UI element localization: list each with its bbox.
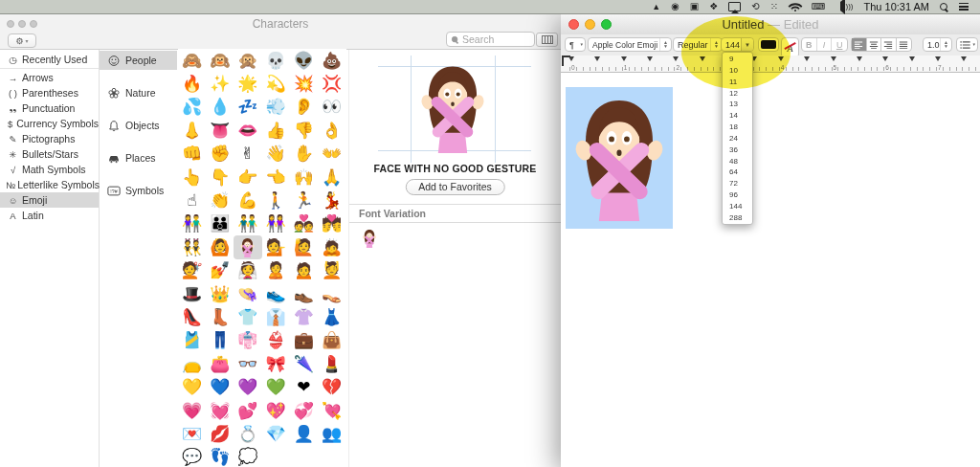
emoji-cell[interactable]: 💢 <box>318 72 345 95</box>
tab-stop-marker[interactable] <box>857 56 862 64</box>
emoji-cell[interactable]: 🙌 <box>290 166 318 189</box>
size-option-72[interactable]: 72 <box>723 178 752 189</box>
size-option-96[interactable]: 96 <box>723 189 752 201</box>
action-gear-button[interactable]: ⚙▾ <box>8 33 36 48</box>
emoji-cell[interactable]: 💔 <box>318 375 345 398</box>
emoji-cell[interactable]: ❤ <box>290 375 318 398</box>
wifi-icon[interactable] <box>789 2 801 11</box>
emoji-cell[interactable]: 🎽 <box>178 329 206 352</box>
keyboard-brightness-icon[interactable]: ⁙ <box>770 0 778 13</box>
emoji-cell[interactable]: 👛 <box>206 352 234 375</box>
emoji-cell[interactable]: 💀 <box>262 49 290 72</box>
emoji-cell[interactable]: 💧 <box>206 96 234 119</box>
textedit-titlebar[interactable]: Untitled — Edited <box>561 13 980 35</box>
sidebar-item-bullets-stars[interactable]: ✳Bullets/Stars <box>0 146 99 162</box>
emoji-cell[interactable]: 👙 <box>262 329 290 352</box>
emoji-cell[interactable]: 👡 <box>318 282 345 305</box>
align-right-button[interactable] <box>881 38 897 51</box>
emoji-cell[interactable]: 🏃 <box>290 189 318 211</box>
emoji-cell[interactable]: 👃 <box>178 119 206 142</box>
dropbox-icon[interactable]: ❖ <box>709 0 718 13</box>
emoji-cell[interactable]: 👍 <box>262 119 290 142</box>
emoji-cell[interactable]: 👑 <box>206 282 234 305</box>
emoji-cell[interactable]: 👋 <box>262 143 290 166</box>
emoji-cell[interactable]: 👕 <box>234 305 261 328</box>
emoji-cell[interactable]: ✌ <box>234 143 261 166</box>
emoji-cell[interactable]: 🙉 <box>206 49 234 72</box>
emoji-cell[interactable]: 💙 <box>206 375 234 398</box>
emoji-cell[interactable]: 👒 <box>234 282 261 305</box>
emoji-cell[interactable]: 💍 <box>234 422 261 445</box>
align-center-button[interactable] <box>867 38 882 51</box>
emoji-cell[interactable]: 🙋 <box>290 235 318 258</box>
emoji-cell[interactable]: 💨 <box>262 96 290 119</box>
sidebar-item-punctuation[interactable]: ❟❟Punctuation <box>0 100 99 116</box>
underline-button[interactable]: U <box>832 38 847 51</box>
emoji-cell[interactable]: 💓 <box>206 399 234 422</box>
emoji-cell[interactable]: 💥 <box>290 72 318 95</box>
emoji-cell[interactable]: 💤 <box>234 96 261 119</box>
emoji-cell[interactable]: 👣 <box>206 446 234 467</box>
emoji-cell[interactable]: 👄 <box>234 119 261 142</box>
emoji-cell[interactable]: 🙇 <box>318 235 345 258</box>
emoji-cell[interactable]: 💛 <box>178 375 206 398</box>
line-spacing-combo[interactable]: 1.0 ▲▼ <box>923 37 952 52</box>
emoji-cell[interactable]: 👓 <box>234 352 261 375</box>
list-style-button[interactable]: ▾ <box>956 37 978 52</box>
size-option-36[interactable]: 36 <box>723 145 752 156</box>
italic-button[interactable]: I <box>817 38 833 51</box>
size-option-12[interactable]: 12 <box>723 88 752 100</box>
emoji-cell[interactable]: 👇 <box>206 166 234 189</box>
emoji-cell[interactable]: 💜 <box>234 375 261 398</box>
emoji-cell[interactable]: 👬 <box>234 212 261 235</box>
emoji-category-people[interactable]: People <box>100 51 177 70</box>
emoji-category-symbols[interactable]: Symbols <box>100 181 177 200</box>
size-option-64[interactable]: 64 <box>723 167 752 178</box>
collapse-panel-button[interactable] <box>536 33 558 47</box>
google-drive-icon[interactable]: ▲ <box>652 0 660 13</box>
emoji-cell[interactable]: 🌟 <box>234 72 261 95</box>
size-option-288[interactable]: 288 <box>723 212 752 224</box>
tab-stop-marker[interactable] <box>778 56 784 64</box>
tab-stop-marker[interactable] <box>831 56 836 64</box>
emoji-cell[interactable]: ✋ <box>290 143 318 166</box>
tab-stop-marker[interactable] <box>804 56 810 64</box>
size-option-9[interactable]: 9 <box>723 54 752 65</box>
sidebar-item-recently-used[interactable]: ◷Recently Used <box>0 52 99 67</box>
sidebar-item-arrows[interactable]: →Arrows <box>0 70 99 85</box>
size-option-13[interactable]: 13 <box>723 99 752 110</box>
size-dropdown-arrow[interactable]: ▼ <box>741 38 753 51</box>
emoji-cell[interactable]: 💗 <box>178 399 206 422</box>
emoji-cell[interactable]: 💑 <box>290 212 318 235</box>
emoji-cell[interactable]: 💕 <box>234 399 261 422</box>
emoji-cell[interactable]: 🔥 <box>178 72 206 95</box>
emoji-cell[interactable]: 💞 <box>290 399 318 422</box>
emoji-cell[interactable]: 🙎 <box>262 259 290 282</box>
emoji-cell[interactable]: 🎀 <box>262 352 290 375</box>
emoji-cell[interactable]: 👰 <box>234 259 261 282</box>
font-size-combo[interactable]: 144 ▼ <box>721 37 754 52</box>
emoji-cell[interactable]: 💇 <box>178 259 206 282</box>
tab-stop-marker[interactable] <box>594 56 600 64</box>
font-family-combo[interactable]: Apple Color Emoji ▲▼ <box>588 37 672 52</box>
airplay-icon[interactable] <box>728 2 741 11</box>
tab-stop-marker[interactable] <box>909 56 915 64</box>
emoji-cell[interactable]: 💃 <box>318 189 345 211</box>
text-color-well[interactable] <box>758 37 779 52</box>
volume-icon[interactable]: ))) <box>836 0 854 13</box>
emoji-cell[interactable]: 👫 <box>178 212 206 235</box>
emoji-cell-selected[interactable] <box>234 235 261 258</box>
emoji-cell[interactable]: 👠 <box>178 305 206 328</box>
emoji-cell[interactable]: 🙊 <box>234 49 261 72</box>
size-option-18[interactable]: 18 <box>723 122 752 133</box>
emoji-cell[interactable]: 👤 <box>290 422 318 445</box>
emoji-cell[interactable]: 💅 <box>206 259 234 282</box>
emoji-cell[interactable]: 👐 <box>318 143 345 166</box>
emoji-cell[interactable]: 👔 <box>262 305 290 328</box>
size-option-48[interactable]: 48 <box>723 156 752 167</box>
sidebar-item-parentheses[interactable]: ( )Parentheses <box>0 85 99 100</box>
emoji-cell[interactable]: 💪 <box>234 189 261 211</box>
sidebar-item-math-symbols[interactable]: √Math Symbols <box>0 162 99 177</box>
emoji-cell[interactable]: ✨ <box>206 72 234 95</box>
sidebar-item-letterlike-symbols[interactable]: №Letterlike Symbols <box>0 177 99 192</box>
